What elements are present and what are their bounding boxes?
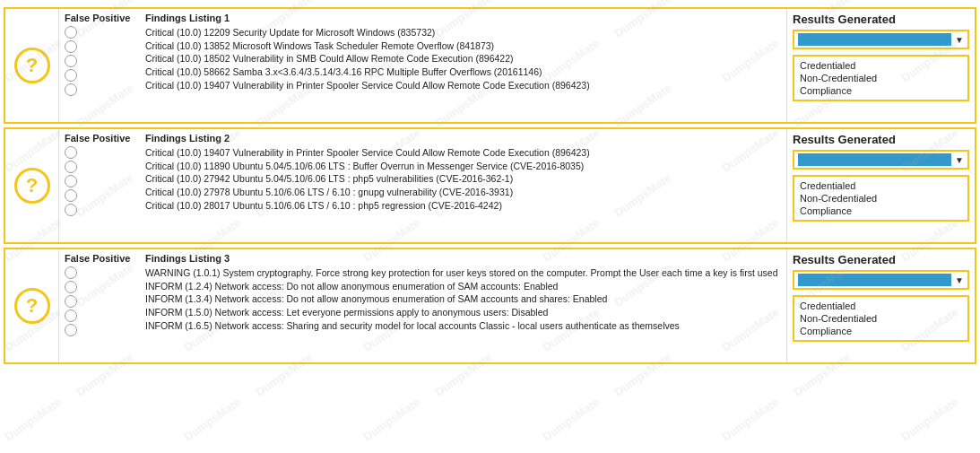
results-label-compliance: Compliance <box>800 85 962 96</box>
section-3: ?False PositiveFindings Listing 3WARNING… <box>4 248 976 364</box>
results-label-compliance: Compliance <box>800 326 962 336</box>
false-positive-label: False Positive <box>65 13 145 23</box>
results-label-non-credentialed: Non-Credentialed <box>800 313 962 324</box>
section-right-2: Results Generated▼CredentialedNon-Creden… <box>786 129 975 242</box>
section-middle-2: False PositiveFindings Listing 2Critical… <box>59 129 786 242</box>
finding-row-4: Critical (10.0) 27978 Ubuntu 5.10/6.06 L… <box>145 186 781 199</box>
finding-row-3: Critical (10.0) 27942 Ubuntu 5.04/5.10/6… <box>145 172 781 186</box>
results-dropdown-bar <box>798 274 951 286</box>
findings-title: Findings Listing 1 <box>145 13 781 23</box>
results-label-compliance: Compliance <box>800 205 962 216</box>
finding-row-2: INFORM (1.2.4) Network access: Do not al… <box>145 280 781 293</box>
findings-column: Findings Listing 3WARNING (1.0.1) System… <box>145 253 781 332</box>
results-dropdown-bar <box>798 153 951 166</box>
question-icon: ? <box>14 168 50 204</box>
section-1: ?False PositiveFindings Listing 1Critica… <box>4 7 976 124</box>
results-label-credentialed: Credentialed <box>800 301 962 311</box>
finding-row-2: Critical (10.0) 13852 Microsoft Windows … <box>145 39 781 53</box>
false-positive-radio-4[interactable] <box>65 189 77 202</box>
results-labels-box: CredentialedNon-CredentialedCompliance <box>793 175 969 222</box>
section-right-1: Results Generated▼CredentialedNon-Creden… <box>786 9 975 122</box>
false-positive-radio-5[interactable] <box>65 204 77 216</box>
finding-row-3: Critical (10.0) 18502 Vulnerability in S… <box>145 52 781 65</box>
false-positive-radio-2[interactable] <box>65 40 77 53</box>
false-positive-radio-5[interactable] <box>65 83 77 96</box>
findings-column: Findings Listing 2Critical (10.0) 19407 … <box>145 133 781 212</box>
chevron-down-icon: ▼ <box>955 35 964 45</box>
finding-row-1: Critical (10.0) 12209 Security Update fo… <box>145 26 781 39</box>
results-label-credentialed: Credentialed <box>800 180 962 191</box>
results-dropdown[interactable]: ▼ <box>793 150 969 170</box>
false-positive-radio-2[interactable] <box>65 161 77 173</box>
false-positive-column: False Positive <box>65 13 145 96</box>
false-positive-column: False Positive <box>65 133 145 216</box>
chevron-down-icon: ▼ <box>955 155 964 165</box>
false-positive-radio-1[interactable] <box>65 266 77 279</box>
finding-row-2: Critical (10.0) 11890 Ubuntu 5.04/5.10/6… <box>145 160 781 173</box>
results-dropdown[interactable]: ▼ <box>793 270 969 290</box>
results-generated-title: Results Generated <box>793 253 969 266</box>
page-container: ?False PositiveFindings Listing 1Critica… <box>0 0 980 371</box>
false-positive-label: False Positive <box>65 253 145 264</box>
results-labels-box: CredentialedNon-CredentialedCompliance <box>793 55 969 101</box>
section-right-3: Results Generated▼CredentialedNon-Creden… <box>786 249 975 362</box>
findings-title: Findings Listing 3 <box>145 253 781 264</box>
false-positive-radio-3[interactable] <box>65 295 77 308</box>
results-dropdown[interactable]: ▼ <box>793 30 969 49</box>
false-positive-radio-4[interactable] <box>65 309 77 322</box>
results-label-non-credentialed: Non-Credentialed <box>800 73 962 83</box>
section-2: ?False PositiveFindings Listing 2Critica… <box>4 127 976 244</box>
results-label-credentialed: Credentialed <box>800 60 962 71</box>
findings-title: Findings Listing 2 <box>145 133 781 144</box>
false-positive-radio-1[interactable] <box>65 26 77 39</box>
false-positive-radio-2[interactable] <box>65 281 77 293</box>
finding-row-4: Critical (10.0) 58662 Samba 3.x<3.6.4/3.… <box>145 65 781 79</box>
false-positive-radio-1[interactable] <box>65 146 77 159</box>
question-icon: ? <box>14 288 50 324</box>
section-left-3: ? <box>5 249 59 362</box>
section-middle-1: False PositiveFindings Listing 1Critical… <box>59 9 786 122</box>
results-generated-title: Results Generated <box>793 13 969 26</box>
question-icon: ? <box>14 48 50 83</box>
section-left-1: ? <box>5 9 59 122</box>
section-middle-3: False PositiveFindings Listing 3WARNING … <box>59 249 786 362</box>
false-positive-label: False Positive <box>65 133 145 144</box>
finding-row-1: WARNING (1.0.1) System cryptography. For… <box>145 266 781 280</box>
finding-row-4: INFORM (1.5.0) Network access: Let every… <box>145 306 781 319</box>
results-dropdown-bar <box>798 33 951 46</box>
results-labels-box: CredentialedNon-CredentialedCompliance <box>793 295 969 342</box>
finding-row-5: INFORM (1.6.5) Network access: Sharing a… <box>145 319 781 333</box>
section-left-2: ? <box>5 129 59 242</box>
results-generated-title: Results Generated <box>793 133 969 146</box>
finding-row-1: Critical (10.0) 19407 Vulnerability in P… <box>145 146 781 160</box>
false-positive-radio-3[interactable] <box>65 55 77 67</box>
false-positive-radio-4[interactable] <box>65 69 77 82</box>
finding-row-5: Critical (10.0) 19407 Vulnerability in P… <box>145 79 781 92</box>
false-positive-radio-3[interactable] <box>65 175 77 187</box>
finding-row-3: INFORM (1.3.4) Network access: Do not al… <box>145 292 781 306</box>
chevron-down-icon: ▼ <box>955 275 964 285</box>
findings-column: Findings Listing 1Critical (10.0) 12209 … <box>145 13 781 91</box>
results-label-non-credentialed: Non-Credentialed <box>800 193 962 204</box>
finding-row-5: Critical (10.0) 28017 Ubuntu 5.10/6.06 L… <box>145 199 781 213</box>
false-positive-radio-5[interactable] <box>65 324 77 336</box>
false-positive-column: False Positive <box>65 253 145 336</box>
